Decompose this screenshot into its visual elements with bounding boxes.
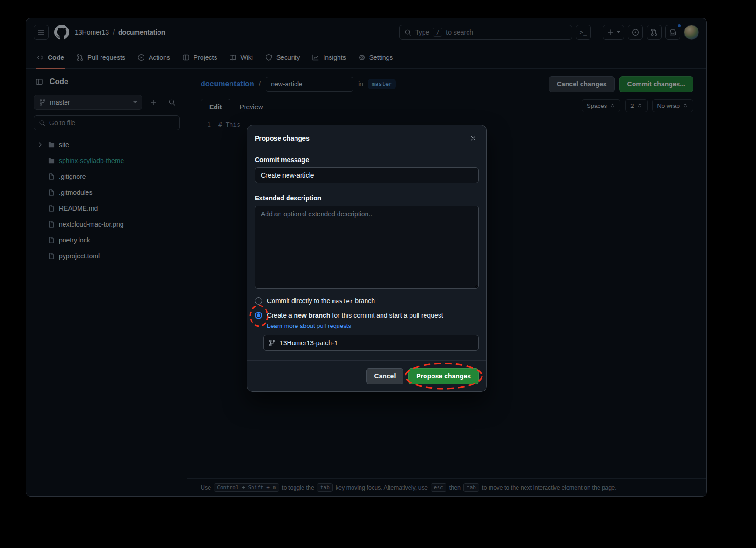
git-branch-icon (268, 339, 276, 347)
close-dialog-button[interactable] (468, 133, 479, 144)
radio-create-branch-row: Create a new branch for this commit and … (255, 312, 479, 319)
github-window: 13Homer13 / documentation Type / to sear… (26, 18, 707, 497)
extended-description-textarea[interactable] (255, 206, 479, 289)
commit-message-label: Commit message (255, 156, 479, 164)
extended-description-label: Extended description (255, 194, 479, 202)
radio-direct-label: Commit directly to the master branch (267, 297, 375, 305)
radio-commit-direct-row: Commit directly to the master branch (255, 297, 479, 305)
branch-name-field (263, 335, 479, 351)
close-icon (470, 135, 476, 142)
propose-changes-dialog: Propose changes Commit message Extended … (247, 125, 487, 392)
new-branch-bold: new branch (294, 312, 331, 319)
cancel-button[interactable]: Cancel (366, 368, 403, 384)
radio-create-branch[interactable] (255, 312, 262, 319)
propose-changes-button[interactable]: Propose changes (408, 368, 479, 384)
radio-branch-label: Create a new branch for this commit and … (267, 312, 443, 319)
commit-message-input[interactable] (255, 167, 479, 183)
radio-commit-direct[interactable] (255, 297, 262, 305)
branch-name-input[interactable] (280, 339, 474, 347)
master-branch-code: master (332, 298, 353, 305)
dialog-title: Propose changes (255, 135, 310, 142)
learn-more-link[interactable]: Learn more about pull requests (267, 322, 351, 329)
